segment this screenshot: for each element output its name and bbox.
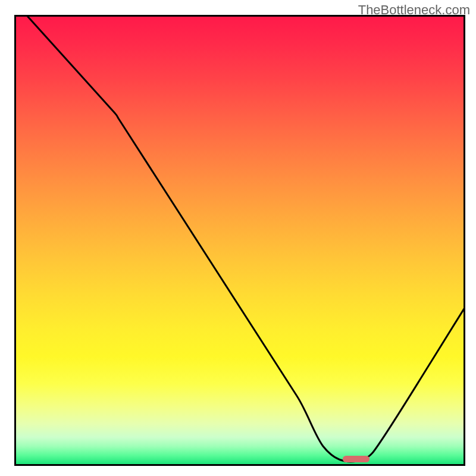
- line-series: [16, 17, 464, 464]
- chart-plot-area: [14, 17, 464, 466]
- optimal-range-marker: [343, 456, 369, 462]
- watermark-text: TheBottleneck.com: [358, 2, 470, 18]
- bottleneck-curve: [16, 17, 464, 462]
